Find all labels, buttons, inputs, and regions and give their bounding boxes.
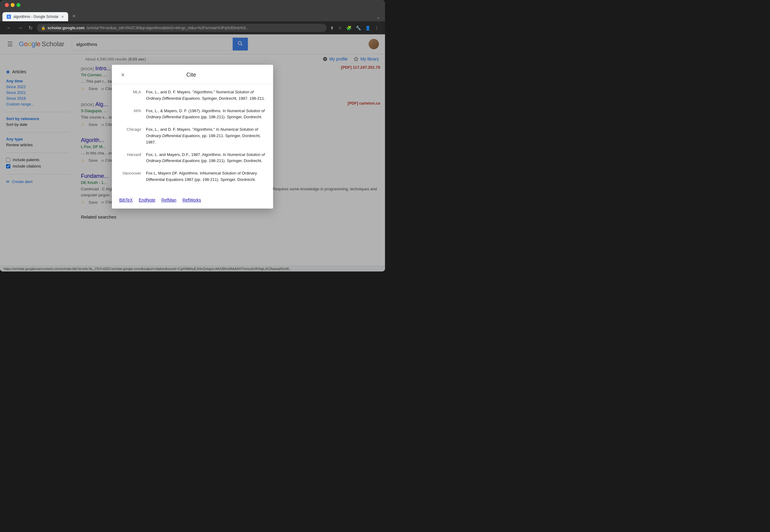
- citation-apa-text: Fox, L., & Mayers, D. F. (1987). Algorit…: [146, 108, 266, 121]
- citation-chicago-text: Fox, L., and D. F. Mayers. "Algorithms."…: [146, 126, 266, 145]
- endnote-link[interactable]: EndNote: [139, 198, 155, 202]
- tab-bar: S algorithms - Google Scholar ✕ + ⌄: [0, 10, 385, 21]
- citation-vancouver-row: Vancouver Fox L, Mayers DF. Algorithms. …: [119, 170, 266, 183]
- active-tab[interactable]: S algorithms - Google Scholar ✕: [2, 12, 68, 21]
- reload-button[interactable]: ↻: [27, 24, 34, 32]
- user-profile-button[interactable]: 👤: [364, 24, 371, 32]
- citation-mla-text: Fox, L., and D. F. Mayers. "Algorithms."…: [146, 89, 266, 102]
- bibtex-link[interactable]: BibTeX: [119, 198, 133, 202]
- page-content: ☰ Google Scholar About: [0, 34, 385, 271]
- tab-title: algorithms - Google Scholar: [13, 15, 59, 19]
- citation-harvard-label: Harvard: [119, 152, 141, 157]
- url-path: /scholar?hl=en&as_sdt=0%2C36&q=algorithm…: [86, 26, 249, 30]
- cite-modal: × Cite MLA Fox, L., and D. F. Mayers. "A…: [112, 65, 273, 209]
- citation-vancouver-text: Fox L, Mayers DF. Algorithms. InNumerica…: [146, 170, 266, 183]
- citation-mla-row: MLA Fox, L., and D. F. Mayers. "Algorith…: [119, 89, 266, 102]
- url-bar[interactable]: 🔒 scholar.google.com /scholar?hl=en&as_s…: [37, 24, 326, 32]
- extensions-button[interactable]: 🔧: [354, 24, 362, 32]
- modal-title: Cite: [186, 72, 196, 78]
- modal-overlay[interactable]: × Cite MLA Fox, L., and D. F. Mayers. "A…: [0, 34, 385, 271]
- url-domain: scholar.google.com: [47, 26, 85, 30]
- citation-harvard-text: Fox, L. and Mayers, D.F., 1987. Algorith…: [146, 152, 266, 164]
- tab-close-button[interactable]: ✕: [61, 15, 64, 19]
- modal-close-button[interactable]: ×: [119, 71, 126, 79]
- citation-apa-row: APA Fox, L., & Mayers, D. F. (1987). Alg…: [119, 108, 266, 121]
- scholar-favicon: S: [7, 15, 11, 19]
- minimize-traffic-light[interactable]: [11, 3, 15, 7]
- citation-chicago-row: Chicago Fox, L., and D. F. Mayers. "Algo…: [119, 126, 266, 145]
- tab-list-button[interactable]: ⌄: [374, 13, 382, 21]
- new-tab-button[interactable]: +: [69, 11, 79, 21]
- citation-vancouver-label: Vancouver: [119, 170, 141, 175]
- address-bar: ← → ↻ 🔒 scholar.google.com /scholar?hl=e…: [0, 21, 385, 34]
- citation-harvard-row: Harvard Fox, L. and Mayers, D.F., 1987. …: [119, 152, 266, 164]
- traffic-lights: [5, 3, 20, 7]
- refworks-link[interactable]: RefWorks: [182, 198, 201, 202]
- modal-header: × Cite: [112, 65, 273, 84]
- bookmark-button[interactable]: ☆: [337, 24, 343, 32]
- extension-button[interactable]: 🧩: [345, 24, 353, 32]
- close-traffic-light[interactable]: [5, 3, 9, 7]
- browser-actions: ⬆ ☆ 🧩 🔧 👤 ⋮: [329, 24, 380, 32]
- refman-link[interactable]: RefMan: [161, 198, 176, 202]
- title-bar: [0, 0, 385, 10]
- modal-body: MLA Fox, L., and D. F. Mayers. "Algorith…: [112, 84, 273, 194]
- lock-icon: 🔒: [41, 26, 46, 30]
- svg-text:S: S: [8, 15, 10, 18]
- modal-footer: BibTeX EndNote RefMan RefWorks: [112, 194, 273, 209]
- menu-button[interactable]: ⋮: [373, 24, 380, 32]
- share-button[interactable]: ⬆: [329, 24, 335, 32]
- citation-apa-label: APA: [119, 108, 141, 113]
- maximize-traffic-light[interactable]: [16, 3, 20, 7]
- forward-button[interactable]: →: [16, 24, 24, 32]
- citation-mla-label: MLA: [119, 89, 141, 94]
- back-button[interactable]: ←: [5, 24, 13, 32]
- citation-chicago-label: Chicago: [119, 126, 141, 132]
